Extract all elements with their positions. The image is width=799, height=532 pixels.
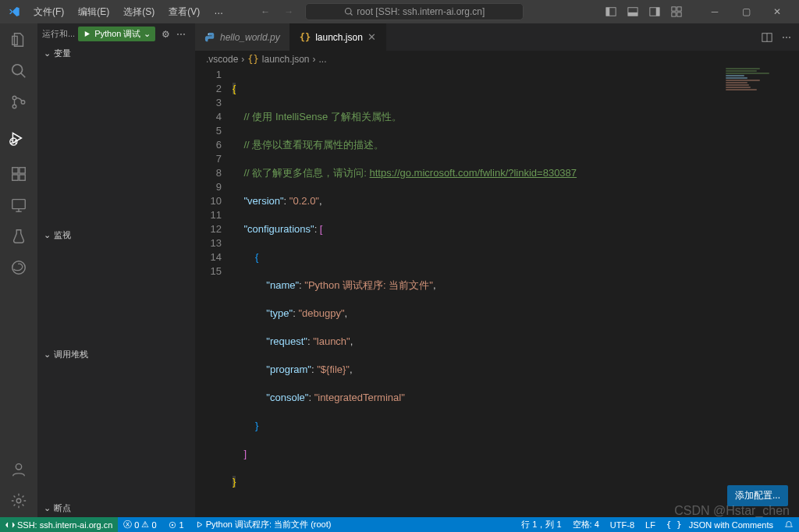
minimize-icon[interactable]: ─	[699, 0, 730, 23]
svg-rect-19	[20, 168, 25, 173]
svg-rect-9	[677, 7, 681, 11]
cursor-position[interactable]: 行 1，列 1	[516, 519, 566, 530]
svg-point-14	[12, 96, 16, 100]
svg-point-27	[16, 498, 21, 503]
add-configuration-button[interactable]: 添加配置...	[727, 485, 788, 506]
search-icon[interactable]	[10, 62, 27, 80]
callstack-section[interactable]: ⌄调用堆栈	[37, 346, 195, 364]
svg-point-28	[208, 33, 209, 34]
menu-bar: 文件(F) 编辑(E) 选择(S) 查看(V) …	[27, 2, 229, 22]
variables-section[interactable]: ⌄变量	[37, 44, 195, 62]
tab-hello-world[interactable]: hello_world.py	[195, 23, 290, 51]
code-content[interactable]: { // 使用 IntelliSense 了解相关属性。 // 悬停以查看现有属…	[233, 68, 799, 517]
testing-icon[interactable]	[10, 228, 27, 245]
svg-rect-10	[672, 12, 676, 16]
vscode-logo-icon	[0, 5, 27, 18]
nav-forward-icon[interactable]: →	[284, 6, 293, 17]
chevron-down-icon: ⌄	[44, 349, 51, 360]
svg-point-26	[16, 464, 21, 470]
command-center-text: root [SSH: ssh.intern-ai.org.cn]	[357, 6, 485, 17]
svg-point-12	[12, 65, 23, 75]
svg-rect-20	[12, 175, 18, 180]
svg-line-13	[21, 73, 26, 78]
svg-point-32	[171, 523, 172, 525]
indentation-status[interactable]: 空格: 4	[567, 519, 605, 530]
chevron-down-icon: ⌄	[144, 29, 151, 39]
svg-rect-3	[606, 8, 609, 16]
status-bar: SSH: ssh.intern-ai.org.cn ⓧ0 ⚠0 1 Python…	[0, 517, 799, 532]
svg-rect-21	[20, 175, 25, 180]
menu-more[interactable]: …	[208, 2, 229, 22]
svg-rect-7	[656, 8, 659, 16]
svg-rect-11	[677, 12, 681, 16]
remote-indicator[interactable]: SSH: ssh.intern-ai.org.cn	[0, 517, 118, 532]
command-center[interactable]: root [SSH: ssh.intern-ai.org.cn]	[305, 3, 524, 20]
titlebar: 文件(F) 编辑(E) 选择(S) 查看(V) … ← → root [SSH:…	[0, 0, 799, 23]
settings-gear-icon[interactable]	[10, 492, 27, 509]
tab-launch-json[interactable]: {} launch.json ✕	[290, 23, 386, 51]
nav-arrows: ← →	[261, 6, 293, 17]
chevron-down-icon: ⌄	[44, 48, 51, 59]
svg-rect-5	[628, 12, 637, 16]
breadcrumb[interactable]: .vscode› {}launch.json› ...	[195, 51, 799, 68]
maximize-icon[interactable]: ▢	[730, 0, 762, 23]
python-file-icon	[204, 32, 215, 43]
more-actions-icon[interactable]: ⋯	[176, 29, 186, 40]
close-icon[interactable]: ✕	[762, 0, 793, 23]
remote-explorer-icon[interactable]	[10, 197, 27, 214]
editor-area: hello_world.py {} launch.json ✕ ⋯ .vscod…	[195, 23, 799, 517]
chevron-down-icon: ⌄	[44, 503, 51, 513]
svg-rect-8	[672, 7, 676, 11]
chevron-down-icon: ⌄	[44, 230, 51, 240]
debug-status[interactable]: Python 调试程序: 当前文件 (root)	[190, 519, 337, 530]
svg-point-0	[346, 9, 352, 15]
extensions-icon[interactable]	[10, 165, 27, 183]
layout-customize-icon[interactable]	[671, 6, 682, 17]
run-debug-icon[interactable]	[0, 125, 30, 151]
close-tab-icon[interactable]: ✕	[368, 31, 376, 43]
accounts-icon[interactable]	[10, 461, 27, 478]
debug-config-selector[interactable]: Python 调试 ⌄	[78, 27, 155, 41]
svg-line-1	[351, 13, 353, 15]
source-control-icon[interactable]	[10, 94, 27, 111]
editor-tabs: hello_world.py {} launch.json ✕ ⋯	[195, 23, 799, 51]
debug-sidebar: 运行和... Python 调试 ⌄ ⚙ ⋯ ⌄变量 ⌄监视 ⌄调用堆栈 ⌄断点	[37, 23, 195, 517]
explorer-icon[interactable]	[10, 31, 27, 48]
menu-file[interactable]: 文件(F)	[27, 2, 70, 22]
eol-status[interactable]: LF	[640, 520, 661, 530]
line-numbers: 123456789101112131415	[195, 68, 233, 517]
layout-primary-icon[interactable]	[605, 6, 616, 17]
layout-panel-icon[interactable]	[627, 6, 638, 17]
menu-view[interactable]: 查看(V)	[162, 2, 206, 22]
svg-point-15	[12, 105, 16, 108]
minimap[interactable]	[726, 68, 788, 99]
svg-point-25	[12, 261, 26, 275]
breakpoints-section[interactable]: ⌄断点	[37, 499, 195, 517]
problems-status[interactable]: ⓧ0 ⚠0	[118, 519, 162, 530]
notifications-icon[interactable]	[779, 520, 799, 530]
json-file-icon: {}	[300, 32, 311, 43]
menu-select[interactable]: 选择(S)	[117, 2, 161, 22]
encoding-status[interactable]: UTF-8	[605, 520, 640, 530]
layout-secondary-icon[interactable]	[649, 6, 660, 17]
language-mode[interactable]: { } JSON with Comments	[661, 520, 779, 530]
nav-back-icon[interactable]: ←	[261, 6, 270, 17]
watch-section[interactable]: ⌄监视	[37, 226, 195, 244]
run-and-debug-label: 运行和...	[42, 28, 75, 40]
more-actions-icon[interactable]: ⋯	[782, 32, 791, 43]
svg-rect-18	[12, 168, 18, 173]
split-editor-icon[interactable]	[762, 32, 772, 43]
menu-edit[interactable]: 编辑(E)	[72, 2, 115, 22]
code-editor[interactable]: 123456789101112131415 { // 使用 IntelliSen…	[195, 68, 799, 517]
activity-bar	[0, 23, 37, 517]
edge-icon[interactable]	[10, 259, 27, 276]
ports-status[interactable]: 1	[162, 520, 190, 530]
svg-rect-22	[12, 200, 26, 209]
debug-gear-icon[interactable]: ⚙	[162, 29, 170, 40]
titlebar-right-icons: ─ ▢ ✕	[605, 0, 799, 23]
